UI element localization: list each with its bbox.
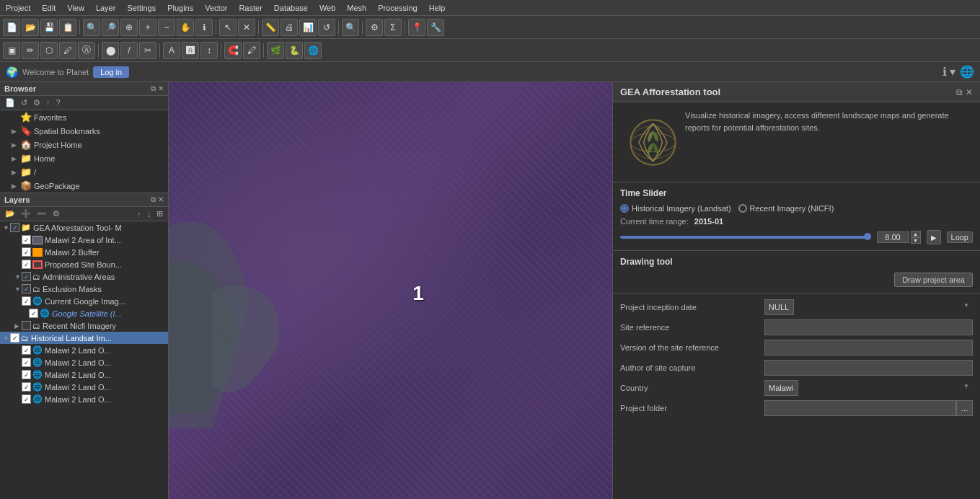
layers-expand-icon[interactable]: ⊞	[154, 208, 165, 219]
right-close-icon[interactable]: ✕	[966, 87, 973, 97]
layer-google-satellite[interactable]: ✓ 🌐 Google Satellite (I...	[0, 307, 168, 319]
layers-add-icon[interactable]: ➕	[19, 208, 33, 219]
project-folder-input[interactable]	[764, 400, 956, 416]
recent-imagery-option[interactable]: Recent Imagery (NICFI)	[738, 204, 834, 213]
print-button[interactable]: 🖨	[281, 19, 298, 36]
menu-web[interactable]: Web	[314, 2, 341, 14]
layer-malawi-land-3[interactable]: ✓ 🌐 Malawi 2 Land O...	[0, 368, 168, 381]
country-select[interactable]: Malawi	[764, 380, 798, 396]
browser-item-root[interactable]: ▶ 📁 /	[0, 165, 168, 179]
browser-item-project-home[interactable]: ▶ 🏠 Project Home	[0, 138, 168, 151]
time-slider-thumb[interactable]	[864, 233, 871, 240]
digitize-3-button[interactable]: ⬡	[40, 42, 58, 59]
time-step-down-button[interactable]: ▼	[911, 237, 921, 244]
layer-malawi-land-5[interactable]: ✓ 🌐 Malawi 2 Land O...	[0, 393, 168, 405]
browser-float-icon[interactable]: ⧉	[151, 84, 156, 93]
layer-proposed-site[interactable]: ✓ Proposed Site Boun...	[0, 258, 168, 270]
new-project-button[interactable]: 📄	[3, 19, 20, 36]
save-project-button[interactable]: 💾	[40, 19, 58, 36]
browser-help-icon[interactable]: ?	[54, 97, 63, 108]
digitize-5-button[interactable]: Ⓐ	[78, 42, 95, 59]
snap-button[interactable]: 🧲	[224, 42, 242, 59]
draw-project-area-button[interactable]: Draw project area	[894, 273, 973, 287]
historical-imagery-option[interactable]: Historical Imagery (Landsat)	[620, 204, 731, 213]
planet-login-button[interactable]: Log in	[93, 66, 129, 78]
land2-check[interactable]: ✓	[22, 358, 31, 367]
histogram-button[interactable]: 📊	[299, 19, 317, 36]
menu-settings[interactable]: Settings	[121, 2, 162, 14]
author-input[interactable]	[764, 360, 973, 376]
proposed-site-check[interactable]: ✓	[22, 260, 31, 269]
layer-malawi-land-2[interactable]: ✓ 🌐 Malawi 2 Land O...	[0, 356, 168, 368]
loop-button[interactable]: Loop	[947, 231, 973, 243]
layer-malawi-buffer[interactable]: ✓ Malawi 2 Buffer	[0, 246, 168, 258]
land5-check[interactable]: ✓	[22, 394, 31, 404]
label-tool-button[interactable]: A	[163, 42, 180, 59]
digitize-2-button[interactable]: ✏	[22, 42, 39, 59]
version-input[interactable]	[764, 340, 973, 356]
nicfi-check[interactable]	[22, 321, 31, 330]
coordinate-button[interactable]: 📍	[408, 19, 425, 36]
exclusion-masks-check[interactable]: ✓	[22, 284, 31, 293]
plugin-3-button[interactable]: 🔧	[427, 19, 444, 36]
plugin-1-button[interactable]: ⚙	[366, 19, 383, 36]
admin-areas-check[interactable]: ✓	[22, 272, 31, 281]
save-as-button[interactable]: 📋	[59, 19, 76, 36]
right-float-icon[interactable]: ⧉	[956, 87, 963, 97]
split-button[interactable]: ✂	[139, 42, 156, 59]
land3-check[interactable]: ✓	[22, 370, 31, 379]
google-satellite-check[interactable]: ✓	[29, 309, 38, 318]
project-folder-browse-button[interactable]: …	[956, 400, 973, 416]
menu-plugins[interactable]: Plugins	[162, 2, 199, 14]
malawi-aoi-check[interactable]: ✓	[22, 235, 31, 244]
menu-layer[interactable]: Layer	[90, 2, 122, 14]
browser-item-geopackage[interactable]: ▶ 📦 GeoPackage	[0, 179, 168, 193]
menu-raster[interactable]: Raster	[233, 2, 268, 14]
time-number-input[interactable]	[877, 231, 909, 243]
layers-open-icon[interactable]: 📂	[3, 208, 17, 219]
inception-date-select[interactable]: NULL	[764, 299, 794, 315]
layer-nicfi[interactable]: ▶ 🗂 Recent Nicfi Imagery	[0, 319, 168, 332]
planet-info-icon[interactable]: ℹ ▾	[943, 65, 955, 79]
menu-mesh[interactable]: Mesh	[341, 2, 372, 14]
play-button[interactable]: ▶	[927, 230, 941, 244]
layer-admin-areas[interactable]: ▼ ✓ 🗂 Administrative Areas	[0, 270, 168, 283]
annotation-button[interactable]: 🅰	[182, 42, 199, 59]
trace-button[interactable]: 🖍	[243, 42, 260, 59]
menu-database[interactable]: Database	[268, 2, 314, 14]
layer-malawi-aoi[interactable]: ✓ Malawi 2 Area of Int...	[0, 234, 168, 246]
label-move-button[interactable]: ↕	[200, 42, 218, 59]
layer-exclusion-masks[interactable]: ▼ ✓ 🗂 Exclusion Masks	[0, 283, 168, 295]
node-tool-button[interactable]: ⬤	[102, 42, 119, 59]
browser-refresh-icon[interactable]: ↺	[19, 97, 30, 108]
measure-button[interactable]: 📏	[262, 19, 279, 36]
zoom-selection-button[interactable]: ⊕	[120, 19, 138, 36]
historical-landsat-check[interactable]: ✓	[10, 333, 19, 343]
layer-google-imagery[interactable]: ✓ 🌐 Current Google Imag...	[0, 295, 168, 307]
pan-button[interactable]: ✋	[177, 19, 194, 36]
google-imagery-check[interactable]: ✓	[22, 296, 31, 306]
zoom-layer-button[interactable]: 🔎	[102, 19, 119, 36]
select-button[interactable]: ↖	[219, 19, 237, 36]
menu-help[interactable]: Help	[423, 2, 451, 14]
malawi-buffer-check[interactable]: ✓	[22, 247, 31, 257]
browser-item-bookmarks[interactable]: ▶ 🔖 Spatial Bookmarks	[0, 124, 168, 138]
gea-group-check[interactable]: ✓	[10, 223, 19, 232]
time-step-up-button[interactable]: ▲	[911, 231, 921, 237]
menu-project[interactable]: Project	[0, 2, 36, 14]
menu-view[interactable]: View	[61, 2, 90, 14]
site-reference-input[interactable]	[764, 319, 973, 335]
menu-vector[interactable]: Vector	[199, 2, 233, 14]
digitize-4-button[interactable]: 🖊	[59, 42, 76, 59]
layer-malawi-land-4[interactable]: ✓ 🌐 Malawi 2 Land O...	[0, 381, 168, 393]
layers-float-icon[interactable]: ⧉	[151, 195, 156, 204]
browser-collapse-icon[interactable]: ↑	[44, 97, 53, 108]
historical-imagery-radio[interactable]	[620, 204, 629, 213]
layers-close-icon[interactable]: ✕	[158, 195, 164, 204]
deselect-button[interactable]: ✕	[238, 19, 255, 36]
zoom-full-button[interactable]: 🔍	[83, 19, 100, 36]
planet-globe-icon[interactable]: 🌐	[960, 65, 974, 79]
qgis-icon-button[interactable]: 🌐	[304, 42, 322, 59]
browser-item-home[interactable]: ▶ 📁 Home	[0, 151, 168, 165]
layers-filter-icon[interactable]: ⚙	[50, 208, 62, 219]
